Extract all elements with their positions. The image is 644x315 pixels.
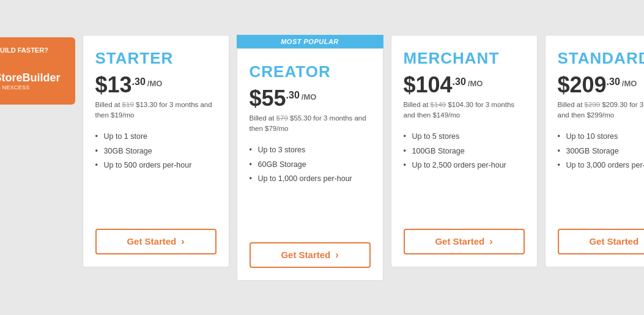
plan-title-starter: STARTER <box>95 49 217 68</box>
plan-billing-standard: Billed at $299 $209.30 for 3 months and … <box>558 100 645 121</box>
plan-billing-merchant: Billed at $149 $104.30 for 3 months and … <box>404 100 525 121</box>
list-item: Up to 10 stores <box>558 132 645 143</box>
button-label: Get Started <box>589 236 638 246</box>
list-item: Up to 3,000 orders per-hour <box>558 160 645 171</box>
plan-wrapper-merchant: MERCHANT$104.30/MOBilled at $149 $104.30… <box>387 35 541 267</box>
list-item: Up to 2,500 orders per-hour <box>404 160 525 171</box>
button-label: Get Started <box>435 236 484 246</box>
plan-features-merchant: Up to 5 stores100GB StorageUp to 2,500 o… <box>404 132 525 217</box>
plan-wrapper-starter: STARTER$13.30/MOBilled at $19 $13.30 for… <box>79 35 233 267</box>
storebuilder-tagline: WANT TO BUILD FASTER? TRY... <box>0 46 65 64</box>
plan-price-cents-starter: .30 <box>132 76 146 87</box>
plan-features-standard: Up to 10 stores300GB StorageUp to 3,000 … <box>558 132 645 217</box>
plan-wrapper-creator: MOST POPULARCREATOR$55.30/MOBilled at $7… <box>233 35 387 281</box>
storebuilder-by: by NEXCESS <box>0 84 61 91</box>
storebuilder-name-group: StoreBuilder by NEXCESS <box>0 72 61 91</box>
get-started-button-standard[interactable]: Get Started › <box>558 229 645 254</box>
list-item: Up to 500 orders per-hour <box>95 160 217 171</box>
plan-card-standard: STANDARD$209.30/MOBilled at $299 $209.30… <box>545 35 645 267</box>
list-item: Up to 3 stores <box>250 145 371 156</box>
plan-price-cents-creator: .30 <box>286 90 300 101</box>
button-label: Get Started <box>127 236 176 246</box>
plan-features-starter: Up to 1 store30GB StorageUp to 500 order… <box>95 132 217 217</box>
plan-billing-creator: Billed at $79 $55.30 for 3 months and th… <box>250 113 371 135</box>
most-popular-badge: MOST POPULAR <box>237 35 383 48</box>
plan-title-creator: CREATOR <box>250 62 371 81</box>
plan-title-merchant: MERCHANT <box>404 49 525 68</box>
plan-features-creator: Up to 3 stores60GB StorageUp to 1,000 or… <box>250 145 371 230</box>
plan-price-row-starter: $13.30/MO <box>95 74 217 96</box>
plan-price-main-creator: $55 <box>250 87 286 109</box>
pricing-section: WANT TO BUILD FASTER? TRY... StoreBuilde… <box>0 35 644 281</box>
get-started-button-merchant[interactable]: Get Started › <box>404 229 525 254</box>
button-arrow-icon: › <box>335 250 338 261</box>
plan-price-row-standard: $209.30/MO <box>558 74 645 96</box>
storebuilder-logo: StoreBuilder by NEXCESS <box>0 68 65 95</box>
plan-price-main-merchant: $104 <box>404 74 453 96</box>
list-item: Up to 5 stores <box>404 132 525 143</box>
plan-price-cents-standard: .30 <box>607 76 620 87</box>
plan-card-merchant: MERCHANT$104.30/MOBilled at $149 $104.30… <box>391 35 538 267</box>
plan-price-main-starter: $13 <box>95 74 132 96</box>
plan-price-main-standard: $209 <box>558 74 607 96</box>
list-item: 100GB Storage <box>404 146 525 157</box>
plan-title-standard: STANDARD <box>558 49 645 68</box>
list-item: Up to 1,000 orders per-hour <box>250 174 371 185</box>
plan-price-row-merchant: $104.30/MO <box>404 74 525 96</box>
list-item: Up to 1 store <box>95 132 217 143</box>
plan-card-creator: CREATOR$55.30/MOBilled at $79 $55.30 for… <box>237 48 383 281</box>
plan-billing-starter: Billed at $19 $13.30 for 3 months and th… <box>95 100 217 121</box>
plan-price-mo-merchant: /MO <box>468 79 483 88</box>
plan-price-mo-starter: /MO <box>147 79 163 88</box>
plan-price-mo-creator: /MO <box>302 92 317 102</box>
plan-card-starter: STARTER$13.30/MOBilled at $19 $13.30 for… <box>83 35 229 267</box>
button-arrow-icon: › <box>181 236 184 247</box>
storebuilder-name: StoreBuilder <box>0 72 61 84</box>
list-item: 30GB Storage <box>95 146 217 157</box>
plan-wrapper-standard: STANDARD$209.30/MOBilled at $299 $209.30… <box>541 35 645 267</box>
list-item: 60GB Storage <box>250 160 371 171</box>
button-label: Get Started <box>281 250 330 260</box>
storebuilder-card: WANT TO BUILD FASTER? TRY... StoreBuilde… <box>0 37 75 105</box>
list-item: 300GB Storage <box>558 146 645 157</box>
plan-price-row-creator: $55.30/MO <box>250 87 371 109</box>
get-started-button-starter[interactable]: Get Started › <box>95 229 217 254</box>
plan-price-cents-merchant: .30 <box>453 76 466 87</box>
button-arrow-icon: › <box>489 236 492 247</box>
plan-price-mo-standard: /MO <box>622 79 637 88</box>
get-started-button-creator[interactable]: Get Started › <box>250 242 371 268</box>
plans-list: STARTER$13.30/MOBilled at $19 $13.30 for… <box>79 35 645 281</box>
most-popular-badge-wrapper: MOST POPULAR <box>237 35 383 48</box>
